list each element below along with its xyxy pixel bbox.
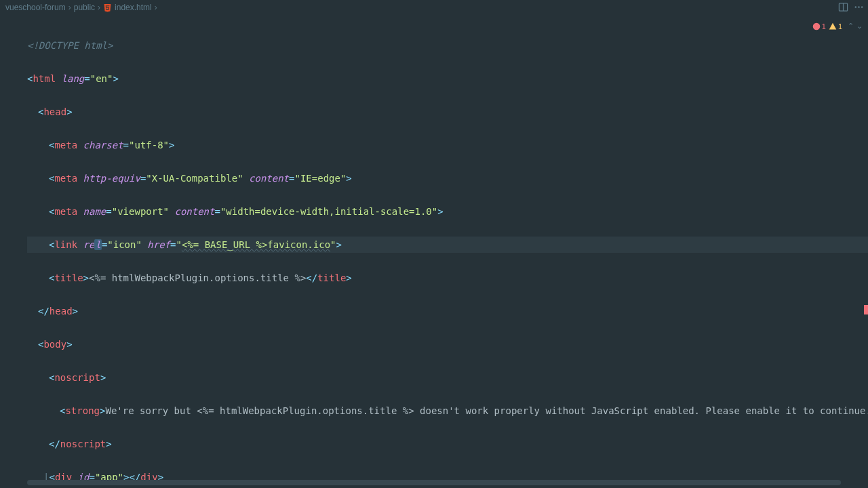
breadcrumb-root[interactable]: vueschool-forum	[5, 3, 66, 12]
code-editor[interactable]: <!DOCTYPE html> <html lang="en"> <head> …	[0, 15, 868, 488]
error-badge[interactable]: 1	[812, 22, 826, 30]
more-icon[interactable]	[854, 2, 864, 14]
problem-badges[interactable]: 1 1 ⌃ ⌄	[812, 22, 863, 30]
svg-point-4	[861, 6, 863, 7]
breadcrumb-folder[interactable]: public	[74, 3, 95, 12]
svg-point-5	[813, 22, 821, 30]
svg-point-3	[858, 6, 859, 7]
html-file-icon	[103, 3, 112, 12]
chevron-right-icon: ›	[68, 3, 71, 12]
svg-point-2	[855, 6, 856, 7]
editor-top-actions	[838, 2, 864, 14]
warning-badge[interactable]: 1	[829, 22, 842, 30]
chevron-up-icon[interactable]: ⌃	[848, 22, 854, 30]
chevron-right-icon: ›	[155, 3, 157, 12]
minimap-error-marker[interactable]	[864, 305, 868, 314]
chevron-right-icon: ›	[98, 3, 100, 12]
breadcrumb[interactable]: vueschool-forum › public › index.html ›	[0, 0, 868, 15]
chevron-down-icon[interactable]: ⌄	[856, 22, 863, 30]
horizontal-scrollbar[interactable]	[27, 480, 841, 485]
problem-nav: ⌃ ⌄	[848, 22, 863, 30]
split-editor-icon[interactable]	[838, 2, 848, 14]
breadcrumb-file[interactable]: index.html	[115, 3, 152, 12]
